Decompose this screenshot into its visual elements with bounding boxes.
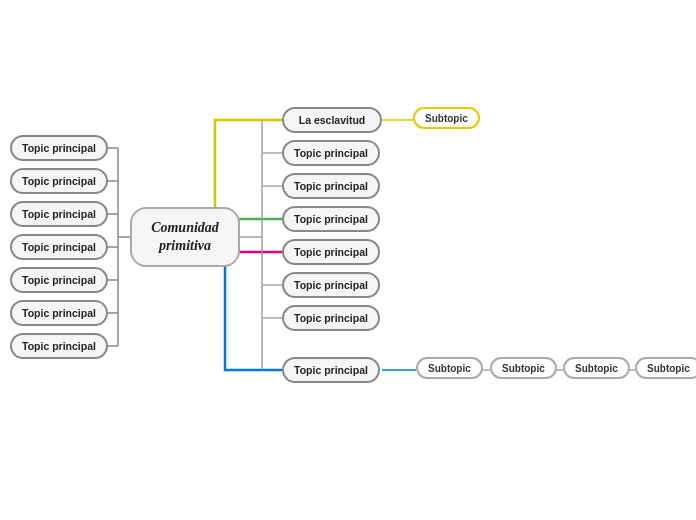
left-topic-7[interactable]: Topic principal — [10, 333, 108, 359]
subtopic-esclavitud[interactable]: Subtopic — [413, 107, 480, 129]
right-topic-8[interactable]: Topic principal — [282, 357, 380, 383]
right-topic-3[interactable]: Topic principal — [282, 173, 380, 199]
subtopic-bottom-3[interactable]: Subtopic — [563, 357, 630, 379]
subtopic-bottom-2[interactable]: Subtopic — [490, 357, 557, 379]
subtopic-bottom-4[interactable]: Subtopic — [635, 357, 696, 379]
right-topic-4[interactable]: Topic principal — [282, 206, 380, 232]
left-topic-4[interactable]: Topic principal — [10, 234, 108, 260]
left-topic-5[interactable]: Topic principal — [10, 267, 108, 293]
left-topic-1[interactable]: Topic principal — [10, 135, 108, 161]
right-topic-7[interactable]: Topic principal — [282, 305, 380, 331]
right-topic-esclavitud[interactable]: La esclavitud — [282, 107, 382, 133]
subtopic-bottom-1[interactable]: Subtopic — [416, 357, 483, 379]
center-node[interactable]: Comunidadprimitiva — [130, 207, 240, 267]
right-topic-5[interactable]: Topic principal — [282, 239, 380, 265]
right-topic-6[interactable]: Topic principal — [282, 272, 380, 298]
left-topic-2[interactable]: Topic principal — [10, 168, 108, 194]
right-topic-2[interactable]: Topic principal — [282, 140, 380, 166]
left-topic-3[interactable]: Topic principal — [10, 201, 108, 227]
center-label: Comunidadprimitiva — [151, 219, 219, 255]
left-topic-6[interactable]: Topic principal — [10, 300, 108, 326]
